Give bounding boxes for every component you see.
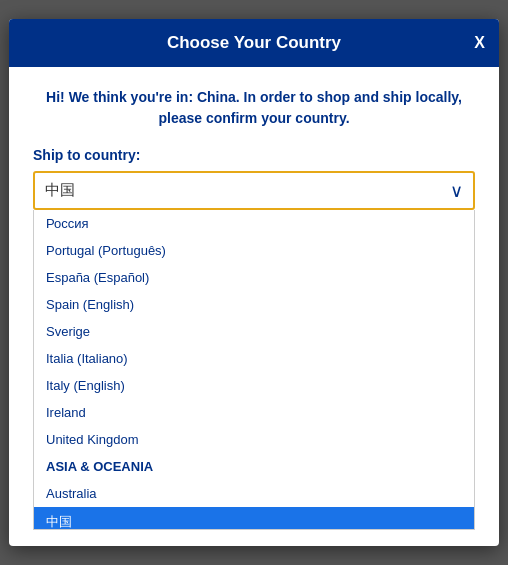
country-modal: Choose Your Country X Hi! We think you'r… bbox=[9, 19, 499, 546]
list-item: ASIA & OCEANIA bbox=[34, 453, 474, 480]
modal-header: Choose Your Country X bbox=[9, 19, 499, 67]
country-select[interactable]: 中国 ∨ bbox=[33, 171, 475, 210]
select-value: 中国 bbox=[45, 181, 437, 200]
country-dropdown-list[interactable]: РоссияPortugal (Português)España (Españo… bbox=[33, 210, 475, 530]
greeting-text: Hi! We think you're in: China. In order … bbox=[33, 87, 475, 129]
list-item[interactable]: Spain (English) bbox=[34, 291, 474, 318]
list-item[interactable]: Italia (Italiano) bbox=[34, 345, 474, 372]
close-button[interactable]: X bbox=[474, 35, 485, 51]
list-item[interactable]: Sverige bbox=[34, 318, 474, 345]
ship-to-label: Ship to country: bbox=[33, 147, 475, 163]
list-item[interactable]: Italy (English) bbox=[34, 372, 474, 399]
list-item[interactable]: Ireland bbox=[34, 399, 474, 426]
list-item[interactable]: Portugal (Português) bbox=[34, 237, 474, 264]
modal-body: Hi! We think you're in: China. In order … bbox=[9, 67, 499, 546]
list-item[interactable]: United Kingdom bbox=[34, 426, 474, 453]
list-item[interactable]: Россия bbox=[34, 210, 474, 237]
list-item[interactable]: España (Español) bbox=[34, 264, 474, 291]
modal-title: Choose Your Country bbox=[167, 33, 341, 52]
list-item[interactable]: Australia bbox=[34, 480, 474, 507]
list-item[interactable]: 中国 bbox=[34, 507, 474, 530]
chevron-down-icon: ∨ bbox=[450, 180, 463, 202]
